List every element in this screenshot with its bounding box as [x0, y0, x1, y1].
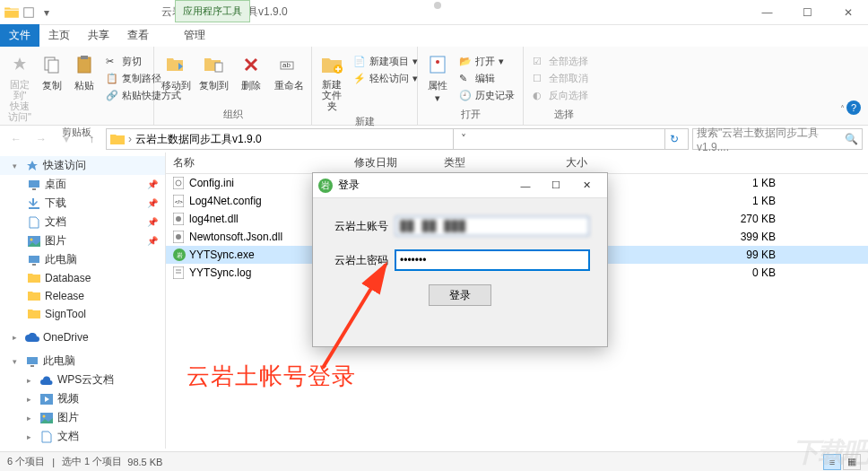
select-all-button[interactable]: ☑全部选择 [529, 54, 592, 69]
sidebar-item[interactable]: Database [0, 269, 165, 287]
collapse-ribbon-icon[interactable]: ˄ [840, 104, 845, 114]
breadcrumb[interactable]: › 云岩土数据同步工具v1.9.0 ˅ ↻ [106, 128, 689, 150]
sidebar-item[interactable]: 下载📌 [0, 194, 165, 213]
svg-rect-13 [29, 207, 39, 209]
sidebar-item[interactable]: 图片📌 [0, 231, 165, 250]
qat-properties-icon[interactable] [22, 5, 36, 20]
svg-point-10 [436, 60, 439, 64]
picture-icon [39, 411, 54, 425]
column-size[interactable]: 大小 [534, 155, 587, 170]
sidebar-item[interactable]: 桌面📌 [0, 175, 165, 194]
paste-button[interactable]: 粘贴 [70, 50, 99, 94]
open-button[interactable]: 📂打开 ▾ [456, 54, 518, 69]
account-input[interactable] [395, 216, 589, 236]
new-item-button[interactable]: 📄新建项目 ▾ [350, 54, 421, 69]
sidebar-quick-access[interactable]: ▾ 快速访问 [0, 156, 165, 175]
video-icon [39, 392, 54, 406]
file-icon [173, 177, 186, 189]
dialog-titlebar[interactable]: 岩 登录 — ☐ ✕ [313, 173, 607, 198]
edit-button[interactable]: ✎编辑 [456, 71, 518, 86]
dialog-close-button[interactable]: ✕ [571, 175, 602, 196]
svg-rect-17 [32, 264, 36, 266]
group-new: 新建 [317, 113, 412, 128]
search-input[interactable]: 搜索"云岩土数据同步工具v1.9.... 🔍 [692, 128, 863, 150]
tab-share[interactable]: 共享 [79, 24, 118, 47]
svg-text:岩: 岩 [177, 252, 183, 258]
sidebar-item[interactable]: ▸WPS云文档 [0, 371, 165, 389]
close-button[interactable]: ✕ [828, 0, 868, 25]
sidebar-item[interactable]: ▸视频 [0, 389, 165, 408]
new-folder-button[interactable]: 新建 文件夹 [317, 50, 346, 113]
move-to-button[interactable]: 移动到 [160, 50, 194, 94]
ribbon: 固定到" 快速访问" 复制 粘贴 ✂剪切 📋复制路径 🔗粘贴快捷方式 剪贴板 移… [0, 47, 868, 126]
star-icon [25, 159, 39, 173]
refresh-button[interactable]: ↻ [664, 129, 684, 149]
pc-icon [25, 354, 39, 369]
copy-button[interactable]: 复制 [38, 50, 66, 94]
status-item-count: 6 个项目 [7, 455, 45, 468]
svg-rect-4 [81, 56, 88, 59]
sidebar-item[interactable]: 此电脑 [0, 250, 165, 269]
svg-rect-5 [215, 63, 222, 72]
group-clipboard: 剪贴板 [5, 124, 148, 139]
contextual-tab-label: 应用程序工具 [175, 0, 250, 22]
delete-button[interactable]: 删除 [235, 50, 269, 94]
pin-icon: 📌 [147, 198, 158, 208]
decoration-dot [434, 2, 441, 9]
document-icon [27, 215, 41, 230]
svg-rect-0 [24, 7, 34, 17]
tab-view[interactable]: 查看 [118, 24, 158, 47]
group-open: 打开 [423, 106, 517, 121]
file-icon [173, 266, 186, 279]
qat-dropdown-icon[interactable]: ▾ [39, 5, 54, 20]
login-button[interactable]: 登录 [429, 284, 491, 306]
invert-selection-button[interactable]: ◐反向选择 [529, 88, 592, 103]
pin-icon: 📌 [147, 236, 158, 246]
svg-point-28 [176, 216, 181, 222]
pin-to-quick-access-button[interactable]: 固定到" 快速访问" [5, 50, 34, 124]
file-icon [173, 231, 186, 243]
maximize-button[interactable]: ☐ [787, 0, 828, 25]
svg-rect-9 [430, 57, 445, 73]
sidebar-this-pc[interactable]: ▾ 此电脑 [0, 352, 165, 371]
password-input[interactable] [395, 250, 589, 270]
column-date[interactable]: 修改日期 [354, 155, 444, 170]
dialog-minimize-button[interactable]: — [510, 175, 541, 196]
sidebar-item[interactable]: SignTool [0, 305, 165, 323]
history-button[interactable]: 🕘历史记录 [456, 88, 518, 103]
select-none-button[interactable]: ☐全部取消 [529, 71, 592, 86]
minimize-button[interactable]: — [747, 0, 787, 25]
svg-text:ab: ab [282, 61, 291, 69]
sidebar-onedrive[interactable]: ▸ OneDrive [0, 328, 165, 346]
sidebar-item[interactable]: 文档📌 [0, 213, 165, 231]
sidebar-item[interactable]: ▸图片 [0, 408, 165, 427]
onedrive-icon [25, 330, 39, 345]
pin-label: 固定到" 快速访问" [7, 79, 32, 122]
ribbon-tabs: 文件 主页 共享 查看 管理 [0, 25, 868, 47]
rename-button[interactable]: ab重命名 [272, 50, 306, 94]
help-icon[interactable]: ? [846, 100, 861, 115]
svg-point-30 [176, 234, 181, 240]
account-label: 云岩土账号 [331, 219, 395, 234]
wps-icon [39, 373, 54, 388]
breadcrumb-current[interactable]: 云岩土数据同步工具v1.9.0 [135, 132, 262, 147]
tab-home[interactable]: 主页 [39, 24, 79, 47]
svg-rect-18 [27, 357, 38, 364]
pc-icon [27, 253, 41, 267]
tab-file[interactable]: 文件 [0, 24, 39, 47]
sidebar-item[interactable]: ▸文档 [0, 427, 165, 446]
sidebar-item[interactable]: Release [0, 287, 165, 305]
column-headers: 名称 修改日期 类型 大小 [166, 153, 868, 174]
easy-access-button[interactable]: ⚡轻松访问 ▾ [350, 71, 421, 86]
nav-sidebar: ▾ 快速访问 桌面📌下载📌文档📌图片📌此电脑DatabaseReleaseSig… [0, 153, 166, 449]
folder-icon [27, 271, 41, 285]
tab-manage[interactable]: 管理 [175, 24, 214, 47]
column-name[interactable]: 名称 [166, 155, 354, 170]
breadcrumb-dropdown[interactable]: ˅ [453, 129, 473, 149]
dialog-maximize-button[interactable]: ☐ [541, 175, 571, 196]
dialog-app-icon: 岩 [318, 179, 333, 193]
column-type[interactable]: 类型 [444, 155, 534, 170]
copy-to-button[interactable]: 复制到 [197, 50, 231, 94]
desktop-icon [27, 178, 41, 192]
properties-button[interactable]: 属性 ▾ [423, 50, 452, 106]
